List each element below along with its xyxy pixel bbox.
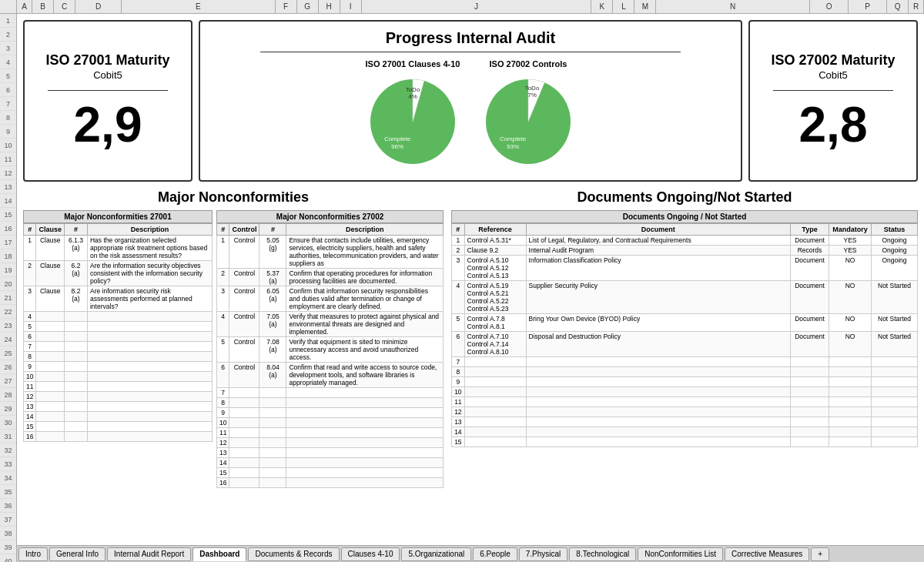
- col-A: A: [17, 0, 32, 13]
- nc27002-cell-2-0: 2: [216, 269, 229, 286]
- tab-clauses-4-10[interactable]: Clauses 4-10: [341, 547, 400, 561]
- docs-cell-10-5: [872, 387, 918, 397]
- tab-documents---records[interactable]: Documents & Records: [248, 547, 339, 561]
- row-number-38: 38: [0, 527, 16, 540]
- docs-cell-5-0: 5: [452, 314, 464, 332]
- docs-cell-11-4: [829, 397, 872, 407]
- docs-cell-11-1: [464, 397, 526, 407]
- row-number-19: 19: [0, 263, 16, 277]
- nc27001-cell-11-1: [36, 382, 65, 392]
- tab-7-physical[interactable]: 7.Physical: [519, 547, 568, 561]
- nc27001-cell-4-2: [64, 312, 87, 322]
- tab-dashboard[interactable]: Dashboard: [192, 547, 246, 561]
- docs-cell-9-0: 9: [452, 377, 464, 387]
- col-Q: Q: [887, 0, 909, 13]
- tab-corrective-measures[interactable]: Corrective Measures: [725, 547, 809, 561]
- nc27002-cell-1-2: 5.05 (g): [259, 236, 286, 269]
- row-number-22: 22: [0, 305, 16, 319]
- tab-internal-audit-report[interactable]: Internal Audit Report: [107, 547, 191, 561]
- docs-cell-5-1: Control A.7.8 Control A.8.1: [464, 314, 526, 332]
- docs-cell-3-3: Document: [791, 256, 829, 281]
- docs-cell-14-5: [872, 427, 918, 437]
- chart2-pie: ToDo 7% Complete 93%: [478, 72, 578, 172]
- nc27001-cell-8-0: 8: [24, 352, 36, 362]
- svg-text:96%: 96%: [391, 143, 403, 150]
- nc27002-cell-2-1: Control: [229, 269, 259, 286]
- nc27001-cell-10-0: 10: [24, 372, 36, 382]
- docs-row-5: 5Control A.7.8 Control A.8.1Bring Your O…: [452, 314, 918, 332]
- docs-row-12: 12: [452, 407, 918, 417]
- docs-section-title: Documents Ongoing/Not Started: [451, 189, 918, 206]
- nc27002-cell-12-1: [229, 438, 259, 448]
- tab-nonconformities-list[interactable]: NonConformities List: [638, 547, 723, 561]
- nc27002-cell-11-1: [229, 428, 259, 438]
- nc27002-cell-2-3: Confirm that operating procedures for in…: [286, 269, 444, 286]
- nc27002-row-6: 6Control8.04 (a)Confirm that read and wr…: [216, 363, 443, 388]
- row-number-27: 27: [0, 374, 16, 388]
- nc27001-cell-11-2: [64, 382, 87, 392]
- iso27001-divider: [48, 90, 169, 91]
- col-B: B: [32, 0, 54, 13]
- row-number-15: 15: [0, 208, 16, 222]
- chart1-pie: ToDo 4% Complete 96%: [363, 72, 463, 172]
- nc27001-wrapper[interactable]: Major Nonconformities 27001 # Clause # D…: [23, 210, 213, 533]
- docs-cell-6-4: NO: [829, 332, 872, 357]
- docs-cell-4-4: NO: [829, 281, 872, 314]
- iso27001-maturity-card: ISO 27001 Maturity Cobit5 2,9: [23, 20, 192, 182]
- docs-row-2: 2Clause 9.2Internal Audit ProgramRecords…: [452, 246, 918, 256]
- nc27002-row-15: 15: [216, 468, 443, 478]
- docs-cell-1-1: Control A.5.31*: [464, 236, 526, 246]
- nc27002-cell-7-0: 7: [216, 388, 229, 398]
- nc27001-cell-1-2: 6.1.3 (a): [64, 236, 87, 261]
- docs-col-doc: Document: [526, 224, 790, 236]
- tab-general-info[interactable]: General Info: [49, 547, 105, 561]
- docs-cell-15-5: [872, 437, 918, 447]
- nc27002-cell-9-2: [259, 408, 286, 418]
- nc27001-title: Major Nonconformities 27001: [23, 210, 213, 223]
- chart2-label: ISO 27002 Controls: [490, 59, 567, 69]
- tab-5-organizational[interactable]: 5.Organizational: [401, 547, 471, 561]
- docs-cell-4-0: 4: [452, 281, 464, 314]
- docs-row-11: 11: [452, 397, 918, 407]
- svg-text:Complete: Complete: [384, 135, 411, 142]
- tab-8-technological[interactable]: 8.Technological: [569, 547, 636, 561]
- tab-6-people[interactable]: 6.People: [473, 547, 517, 561]
- nc27002-cell-6-2: 8.04 (a): [259, 363, 286, 388]
- docs-row-9: 9: [452, 377, 918, 387]
- nc27001-cell-1-0: 1: [24, 236, 36, 261]
- nc27001-row-11: 11: [24, 382, 213, 392]
- nc27001-cell-14-2: [64, 412, 87, 422]
- docs-cell-15-4: [829, 437, 872, 447]
- nc27002-cell-10-0: 10: [216, 418, 229, 428]
- row-number-36: 36: [0, 499, 16, 513]
- nc27002-row-4: 4Control7.05 (a)Verify that measures to …: [216, 312, 443, 337]
- nc27001-cell-16-1: [36, 432, 65, 442]
- nc27002-cell-13-2: [259, 448, 286, 458]
- docs-cell-1-0: 1: [452, 236, 464, 246]
- nc27002-table: # Control # Description 1Control5.05 (g)…: [216, 223, 444, 488]
- docs-cell-2-5: Ongoing: [872, 246, 918, 256]
- docs-cell-11-0: 11: [452, 397, 464, 407]
- nc27001-cell-14-0: 14: [24, 412, 36, 422]
- nc27001-cell-12-0: 12: [24, 392, 36, 402]
- col-K: K: [591, 0, 613, 13]
- tab--[interactable]: +: [811, 547, 829, 561]
- docs-cell-7-5: [872, 357, 918, 367]
- row-number-23: 23: [0, 319, 16, 333]
- tab-intro[interactable]: Intro: [18, 547, 48, 561]
- nc27002-cell-9-3: [286, 408, 444, 418]
- docs-row-7: 7: [452, 357, 918, 367]
- nc27002-cell-13-3: [286, 448, 444, 458]
- nc27002-cell-8-1: [229, 398, 259, 408]
- docs-cell-4-2: Supplier Security Policy: [526, 281, 790, 314]
- row-number-13: 13: [0, 180, 16, 194]
- nc27002-wrapper[interactable]: Major Nonconformities 27002 # Control # …: [216, 210, 444, 533]
- nc27002-cell-15-2: [259, 468, 286, 478]
- col-J: J: [362, 0, 592, 13]
- nc27002-cell-14-2: [259, 458, 286, 468]
- nc27002-row-9: 9: [216, 408, 443, 418]
- documents-section[interactable]: Documents Ongoing/Not Started Documents …: [451, 189, 918, 535]
- docs-row-3: 3Control A.5.10 Control A.5.12 Control A…: [452, 256, 918, 281]
- row-number-11: 11: [0, 152, 16, 166]
- docs-cell-8-3: [791, 367, 829, 377]
